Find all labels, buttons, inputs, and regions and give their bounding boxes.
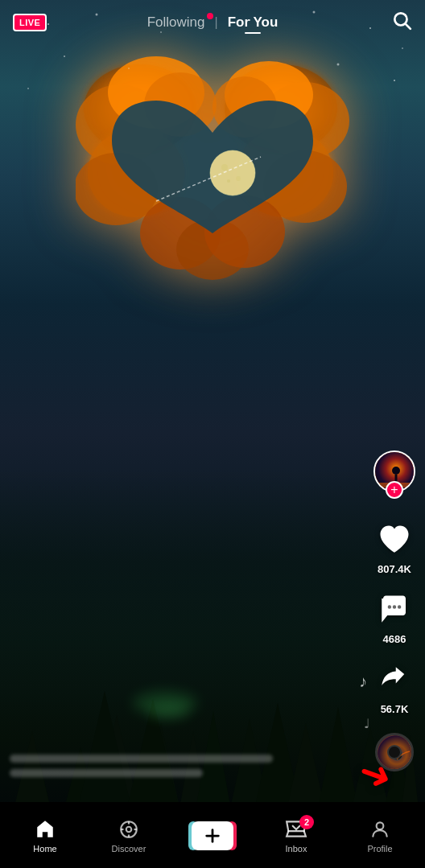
svg-point-9	[337, 64, 340, 66]
discover-icon	[118, 819, 139, 840]
svg-point-75	[377, 822, 384, 829]
caption-line-2	[10, 769, 203, 777]
header: LIVE Following | For You	[0, 0, 425, 45]
following-tab[interactable]: Following	[147, 14, 205, 31]
nav-item-inbox[interactable]: 2 Inbox	[254, 811, 338, 854]
profile-icon	[369, 819, 390, 840]
like-count: 807.4K	[378, 563, 411, 575]
nav-item-create[interactable]	[171, 813, 254, 850]
video-background	[0, 0, 425, 868]
create-icon	[192, 821, 233, 850]
inbox-label: Inbox	[286, 844, 307, 854]
discover-label: Discover	[112, 844, 146, 854]
stars-layer	[0, 0, 425, 520]
creator-avatar-container[interactable]: +	[373, 450, 415, 492]
nav-tabs: Following | For You	[147, 14, 279, 31]
nav-item-discover[interactable]: Discover	[87, 811, 171, 854]
svg-point-66	[394, 752, 399, 757]
svg-point-10	[27, 88, 29, 89]
nav-item-home[interactable]: Home	[3, 811, 87, 854]
share-action[interactable]: 56.7K	[374, 660, 415, 715]
svg-point-61	[388, 605, 391, 608]
home-icon	[35, 819, 56, 840]
svg-point-68	[126, 826, 132, 832]
home-label: Home	[33, 844, 56, 854]
right-actions: + 807.4K 4686 56.7K	[373, 450, 415, 771]
nav-item-profile[interactable]: Profile	[338, 811, 422, 854]
caption-area	[10, 755, 361, 784]
follow-button[interactable]: +	[386, 481, 403, 499]
share-icon	[374, 660, 415, 700]
caption-line-1	[10, 755, 273, 763]
svg-point-62	[393, 605, 396, 608]
svg-point-7	[64, 56, 65, 57]
search-button[interactable]	[391, 10, 412, 35]
profile-label: Profile	[367, 844, 392, 854]
share-count: 56.7K	[381, 703, 409, 715]
like-action[interactable]: 807.4K	[374, 520, 415, 575]
inbox-icon: 2	[285, 819, 307, 840]
svg-point-58	[392, 467, 400, 475]
svg-point-63	[398, 605, 401, 608]
live-badge: LIVE	[13, 14, 47, 31]
svg-point-6	[402, 47, 403, 49]
svg-point-8	[128, 68, 130, 69]
bottom-nav: Home Discover	[0, 802, 425, 868]
svg-line-55	[406, 24, 411, 29]
nav-divider: |	[215, 15, 218, 30]
svg-point-11	[394, 80, 395, 81]
music-note-1: ♪	[359, 673, 367, 691]
inbox-badge: 2	[299, 815, 314, 829]
comment-count: 4686	[383, 633, 406, 645]
like-icon	[374, 520, 415, 560]
music-note-2: ♩	[364, 716, 370, 731]
following-dot	[207, 13, 213, 19]
comment-icon	[374, 590, 415, 630]
light-blob-2	[149, 703, 189, 719]
for-you-tab[interactable]: For You	[228, 14, 279, 31]
comment-action[interactable]: 4686	[374, 590, 415, 645]
